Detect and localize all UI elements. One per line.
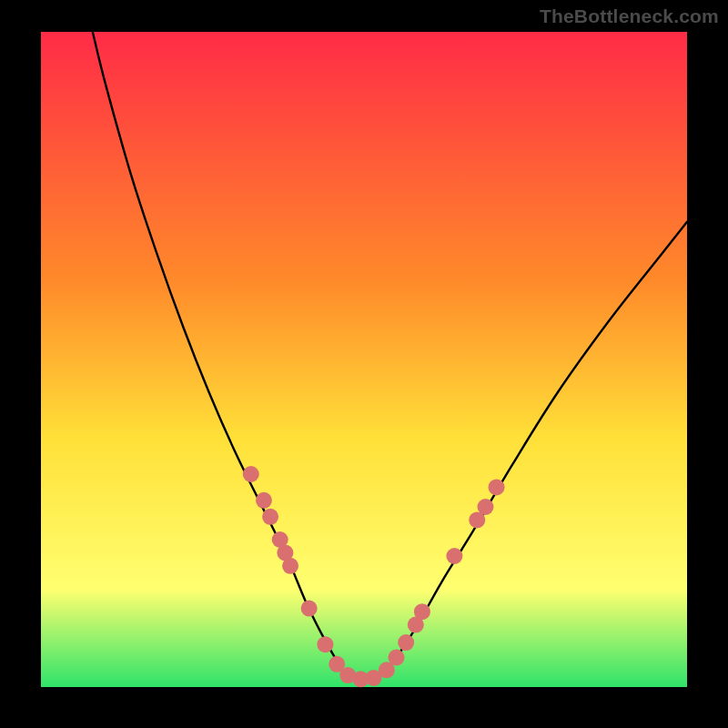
bottleneck-chart (0, 0, 728, 728)
data-marker (477, 499, 493, 515)
data-marker (243, 466, 259, 482)
watermark-text: TheBottleneck.com (540, 5, 719, 27)
chart-frame: { "watermark": "TheBottleneck.com", "col… (0, 0, 728, 728)
data-marker (256, 492, 272, 509)
data-marker (414, 603, 430, 620)
data-marker (282, 558, 298, 574)
data-marker (446, 548, 462, 564)
data-marker (301, 601, 318, 617)
data-marker (489, 479, 505, 495)
data-marker (262, 509, 278, 525)
data-marker (389, 650, 405, 666)
data-marker (317, 636, 333, 652)
plot-background (41, 32, 687, 687)
data-marker (398, 634, 414, 651)
